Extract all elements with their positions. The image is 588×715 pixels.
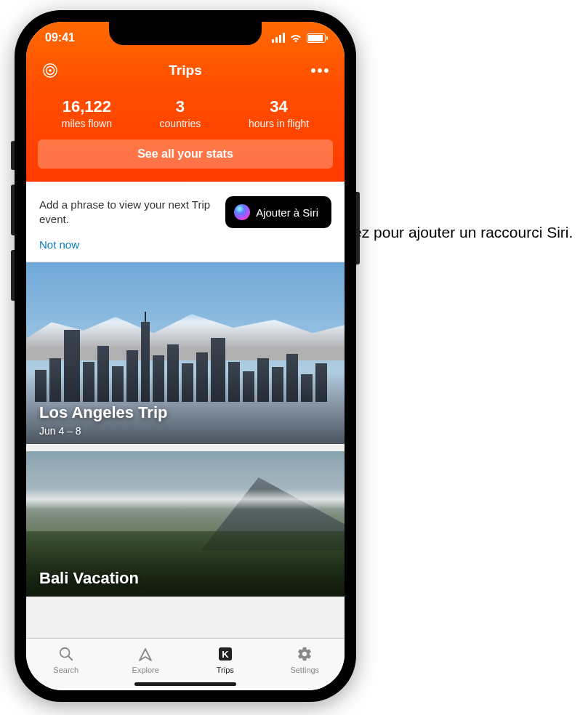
gear-icon [295, 645, 314, 663]
header-more-button[interactable]: ••• [310, 60, 331, 81]
phone-frame: 09:41 Trips ••• [15, 10, 356, 702]
wifi-icon [289, 31, 302, 44]
tab-label: Search [53, 666, 78, 674]
radar-icon [42, 62, 58, 78]
tab-settings[interactable]: Settings [265, 639, 345, 690]
trip-card-bali[interactable]: Bali Vacation [26, 451, 345, 597]
siri-prompt-card: Add a phrase to view your next Trip even… [26, 182, 345, 262]
stat-value: 34 [249, 97, 309, 116]
tab-search[interactable]: Search [26, 639, 106, 690]
status-time: 09:41 [45, 31, 75, 44]
stat-miles: 16,122 miles flown [62, 97, 112, 129]
stat-label: countries [160, 118, 201, 129]
screen: 09:41 Trips ••• [26, 22, 345, 690]
header-left-button[interactable] [39, 60, 61, 81]
add-to-siri-button[interactable]: Ajouter à Siri [225, 196, 331, 228]
trip-card-los-angeles[interactable]: Los Angeles Trip Jun 4 – 8 [26, 262, 345, 444]
tab-label: Explore [132, 666, 159, 674]
trip-dates: Jun 4 – 8 [39, 425, 81, 437]
trips-icon: K [216, 645, 235, 663]
stat-hours: 34 hours in flight [249, 97, 309, 129]
trip-title: Bali Vacation [39, 569, 139, 588]
cellular-signal-icon [272, 33, 285, 43]
svg-point-2 [49, 69, 52, 72]
battery-icon [307, 33, 326, 43]
tab-label: Settings [290, 666, 319, 674]
trips-list[interactable]: Los Angeles Trip Jun 4 – 8 Bali Vacation [26, 262, 345, 638]
siri-icon [234, 204, 250, 220]
stats-panel: 16,122 miles flown 3 countries 34 hours … [26, 87, 345, 182]
stat-label: miles flown [62, 118, 112, 129]
svg-text:K: K [222, 649, 229, 660]
home-indicator[interactable] [134, 682, 236, 686]
more-icon: ••• [310, 62, 330, 79]
see-all-stats-button[interactable]: See all your stats [38, 140, 333, 169]
nav-header: Trips ••• [26, 54, 345, 87]
notch [109, 22, 262, 45]
not-now-link[interactable]: Not now [39, 238, 79, 251]
page-title: Trips [169, 62, 201, 78]
search-icon [57, 645, 76, 663]
tab-bar: Search Explore K Trips Settings [26, 638, 345, 690]
stat-value: 16,122 [62, 97, 112, 116]
stats-row: 16,122 miles flown 3 countries 34 hours … [38, 97, 333, 129]
explore-icon [136, 645, 155, 663]
stat-label: hours in flight [249, 118, 309, 129]
tab-label: Trips [217, 666, 234, 674]
add-to-siri-label: Ajouter à Siri [256, 206, 318, 219]
stat-countries: 3 countries [160, 97, 201, 129]
status-right [272, 31, 326, 44]
trip-title: Los Angeles Trip [39, 403, 167, 422]
trip-image-overlay [26, 322, 345, 402]
svg-line-4 [68, 656, 73, 661]
phone-side-button [356, 192, 360, 264]
siri-prompt-text: Add a phrase to view your next Trip even… [39, 198, 217, 227]
stat-value: 3 [160, 97, 201, 116]
